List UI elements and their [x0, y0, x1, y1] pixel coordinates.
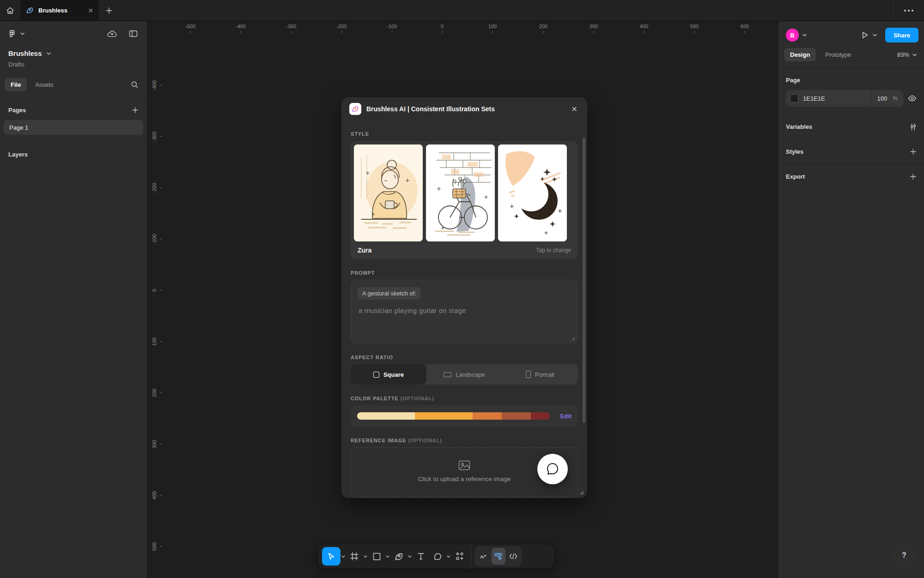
tab-design[interactable]: Design: [784, 48, 816, 61]
add-style-button[interactable]: [910, 148, 917, 155]
frame-tool-button[interactable]: [346, 547, 363, 566]
prompt-prefix-chip[interactable]: A gestural sketch of:: [358, 287, 421, 300]
chat-fab-button[interactable]: [537, 454, 568, 484]
move-tool-button[interactable]: [322, 547, 340, 566]
more-menu-button[interactable]: [894, 0, 924, 21]
pen-icon: [394, 552, 404, 561]
move-tool-menu[interactable]: [340, 547, 346, 566]
chevron-down-icon: [873, 34, 877, 36]
actions-icon: [455, 552, 464, 561]
color-palette-bar[interactable]: [357, 412, 550, 420]
left-sidebar: Brushless Drafts File Assets Pages Page …: [0, 21, 147, 578]
tab-file[interactable]: File: [5, 78, 27, 91]
comment-tool-menu[interactable]: [446, 547, 451, 566]
shape-tool-menu[interactable]: [385, 547, 390, 566]
style-thumbnail-moon[interactable]: [498, 144, 567, 241]
figma-menu-button[interactable]: [8, 30, 16, 37]
textarea-resize-handle[interactable]: [571, 336, 575, 341]
page-color-control[interactable]: 1E1E1E 100 %: [786, 90, 903, 107]
search-icon[interactable]: [131, 81, 139, 89]
aspect-option-square[interactable]: Square: [351, 364, 426, 385]
aspect-option-landscape[interactable]: Landscape: [426, 364, 502, 385]
selected-style-name: Zura: [358, 247, 536, 254]
rectangle-icon: [372, 552, 381, 561]
offline-cloud-button[interactable]: [107, 30, 117, 37]
shape-tool-button[interactable]: [368, 547, 385, 566]
modal-header[interactable]: Brushless AI | Consistent Illustration S…: [342, 98, 587, 120]
square-icon: [373, 372, 379, 378]
add-export-button[interactable]: [910, 173, 917, 180]
home-button[interactable]: [0, 0, 20, 21]
comment-bubble-icon: [433, 552, 442, 561]
tab-title: Brushless: [38, 7, 83, 14]
ruler-tick: -100: [387, 24, 397, 29]
chevron-down-icon[interactable]: [802, 34, 807, 36]
pen-tool-menu[interactable]: [407, 547, 413, 566]
styles-section-label: Styles: [786, 148, 910, 155]
ruler-tick: -400: [152, 80, 157, 90]
style-section-label: STYLE: [351, 131, 578, 137]
document-tab[interactable]: Brushless ✕: [20, 0, 99, 21]
modal-resize-handle[interactable]: [578, 489, 584, 495]
ruler-tick: 500: [152, 542, 157, 551]
help-button[interactable]: ?: [894, 545, 915, 566]
dev-mode-button[interactable]: [506, 548, 520, 565]
top-tab-bar: Brushless ✕: [0, 0, 924, 21]
prompt-placeholder: a musician playing guitar on stage: [359, 307, 466, 314]
mode-switch-group: [475, 546, 522, 566]
style-thumbnail-bicycle[interactable]: [426, 144, 495, 241]
right-inspector-panel: B Share Design Prototype 83% Page 1E1E1E…: [778, 21, 924, 578]
ruler-tick: -100: [152, 234, 157, 244]
modal-close-icon[interactable]: ✕: [570, 103, 579, 115]
reference-image-section-label: REFERENCE IMAGE (OPTIONAL): [351, 438, 578, 443]
share-button[interactable]: Share: [885, 28, 918, 42]
frame-tool-menu[interactable]: [363, 547, 368, 566]
figma-logo-icon: [8, 30, 16, 37]
ruler-tick: -200: [152, 183, 157, 193]
text-tool-button[interactable]: [413, 547, 429, 566]
frame-icon: [350, 552, 359, 561]
prompt-section-label: PROMPT: [351, 270, 578, 276]
edit-palette-link[interactable]: Edit: [560, 413, 571, 420]
style-thumbnail-girl-coffee[interactable]: [354, 144, 423, 241]
prompt-input[interactable]: A gestural sketch of: a musician playing…: [351, 280, 578, 343]
comment-tool-button[interactable]: [429, 547, 446, 566]
page-opacity-value[interactable]: 100: [871, 95, 893, 102]
new-tab-button[interactable]: [99, 0, 119, 21]
actions-tool-button[interactable]: [451, 547, 468, 566]
scribble-icon: [480, 553, 488, 560]
style-change-hint[interactable]: Tap to change: [536, 247, 571, 253]
aspect-option-portrait[interactable]: Portrait: [502, 364, 578, 385]
style-card[interactable]: Zura Tap to change: [351, 141, 578, 259]
draw-mode-button[interactable]: [477, 548, 491, 565]
present-button[interactable]: [861, 31, 877, 39]
page-color-swatch[interactable]: [790, 94, 798, 102]
page-color-hex[interactable]: 1E1E1E: [803, 95, 871, 102]
bottom-toolbar: [318, 544, 554, 569]
measure-mode-button[interactable]: [492, 548, 505, 565]
page-section-label: Page: [778, 68, 924, 84]
modal-scrollbar[interactable]: [583, 138, 585, 423]
page-list-item-selected[interactable]: Page 1: [4, 120, 143, 135]
avatar[interactable]: B: [786, 29, 799, 42]
palette-swatch: [415, 412, 473, 420]
palette-swatch: [502, 412, 531, 420]
ruler-tick: 200: [539, 24, 547, 29]
pen-tool-button[interactable]: [390, 547, 407, 566]
sliders-icon: [910, 123, 917, 131]
palette-swatch: [357, 412, 415, 420]
tab-prototype[interactable]: Prototype: [825, 51, 851, 58]
tab-assets[interactable]: Assets: [35, 81, 53, 88]
chevron-down-icon[interactable]: [47, 52, 51, 55]
chevron-down-icon[interactable]: [20, 32, 24, 35]
add-page-icon[interactable]: [132, 107, 139, 114]
toggle-panel-button[interactable]: [129, 30, 138, 37]
ruler-tick: -300: [286, 24, 296, 29]
open-variables-button[interactable]: [910, 123, 917, 131]
visibility-toggle[interactable]: [908, 95, 917, 102]
ruler-tick: 0: [441, 24, 444, 29]
tab-close-icon[interactable]: ✕: [88, 7, 93, 14]
ruler-tick: 100: [152, 337, 157, 346]
zoom-level-control[interactable]: 83%: [897, 51, 917, 58]
ruler-tick: 400: [152, 491, 157, 500]
